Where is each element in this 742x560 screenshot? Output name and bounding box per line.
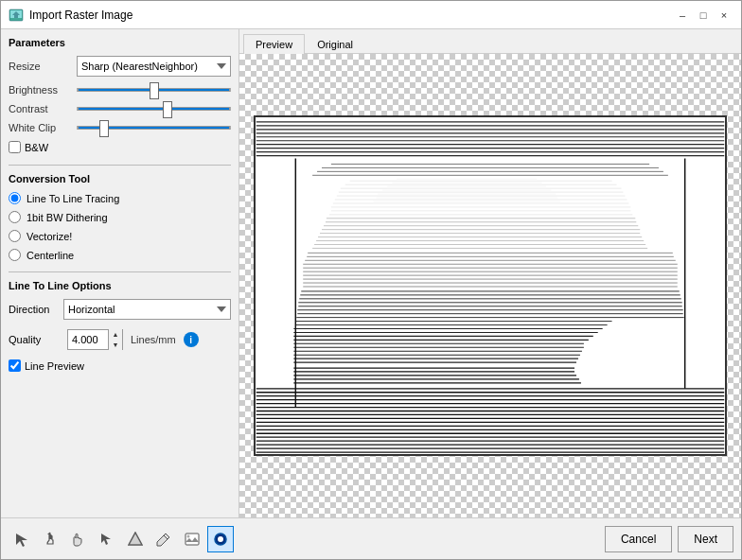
quality-input-wrap: ▲ ▼ <box>67 329 123 350</box>
svg-marker-102 <box>129 533 142 545</box>
close-button[interactable]: × <box>715 7 733 24</box>
radio-vectorize-input[interactable] <box>9 230 21 242</box>
white-clip-slider-container <box>77 126 231 130</box>
brightness-row: Brightness <box>9 84 231 96</box>
contrast-label: Contrast <box>9 103 77 114</box>
radio-vectorize: Vectorize! <box>9 230 231 242</box>
info-icon[interactable]: i <box>184 332 199 347</box>
bw-row: B&W <box>9 141 231 153</box>
direction-select[interactable]: Horizontal Vertical Diagonal <box>63 299 231 320</box>
maximize-button[interactable]: □ <box>694 7 713 24</box>
next-button[interactable]: Next <box>678 526 733 552</box>
brightness-slider[interactable] <box>77 88 231 92</box>
zoom-tool-button[interactable] <box>122 526 149 552</box>
svg-point-108 <box>218 536 223 542</box>
bw-label[interactable]: B&W <box>25 142 48 153</box>
direction-label: Direction <box>9 304 63 315</box>
window-title: Import Raster Image <box>29 9 132 22</box>
line-preview-label[interactable]: Line Preview <box>25 360 84 372</box>
quality-spinner: ▲ ▼ <box>108 329 122 350</box>
spin-down-button[interactable]: ▼ <box>109 340 122 350</box>
spin-up-button[interactable]: ▲ <box>109 329 122 340</box>
tab-original[interactable]: Original <box>305 34 365 54</box>
circle-tool-button[interactable] <box>207 526 234 552</box>
hand-tool-button[interactable] <box>37 526 63 552</box>
radio-bw-dithering: 1bit BW Dithering <box>9 211 231 223</box>
divider-2 <box>9 271 231 272</box>
radio-centerline: Centerline <box>9 249 231 261</box>
contrast-row: Contrast <box>9 103 231 114</box>
line-options-section-title: Line To Line Options <box>9 280 231 291</box>
footer-actions: Cancel Next <box>605 526 733 552</box>
radio-line-tracing-input[interactable] <box>9 192 21 204</box>
white-clip-slider[interactable] <box>77 126 231 130</box>
arrow-icon <box>14 532 29 547</box>
radio-bw-dithering-input[interactable] <box>9 211 21 223</box>
quality-row: Quality ▲ ▼ Lines/mm i <box>9 329 231 350</box>
radio-vectorize-label[interactable]: Vectorize! <box>26 231 72 242</box>
radio-centerline-input[interactable] <box>9 249 21 261</box>
image-tool-button[interactable] <box>179 526 205 552</box>
image-icon <box>185 532 200 547</box>
footer: Cancel Next <box>1 517 741 559</box>
svg-marker-100 <box>101 534 111 545</box>
resize-label: Resize <box>9 61 77 72</box>
preview-image <box>254 115 727 456</box>
radio-line-tracing: Line To Line Tracing <box>9 192 231 204</box>
zoom-icon <box>128 532 143 547</box>
resize-select[interactable]: Sharp (NearestNeighbor) Smooth (Bilinear… <box>77 56 231 77</box>
divider-1 <box>9 165 231 166</box>
svg-point-106 <box>187 534 190 537</box>
circle-icon <box>213 532 228 547</box>
preview-tabs: Preview Original <box>239 29 741 54</box>
radio-centerline-label[interactable]: Centerline <box>26 250 74 261</box>
content-area: Parameters Resize Sharp (NearestNeighbor… <box>1 29 741 517</box>
select-tool-button[interactable] <box>94 526 120 552</box>
conversion-section-title: Conversion Tool <box>9 173 231 184</box>
radio-bw-dithering-label[interactable]: 1bit BW Dithering <box>26 212 108 223</box>
grab-tool-button[interactable] <box>65 526 92 552</box>
svg-marker-99 <box>16 534 27 547</box>
hand-icon <box>43 532 58 547</box>
resize-row: Resize Sharp (NearestNeighbor) Smooth (B… <box>9 56 231 77</box>
contrast-slider-container <box>77 107 231 111</box>
minimize-button[interactable]: – <box>673 7 692 24</box>
direction-row: Direction Horizontal Vertical Diagonal <box>9 299 231 320</box>
line-preview-checkbox[interactable] <box>9 359 21 372</box>
arrow-tool-button[interactable] <box>9 526 35 552</box>
pencil-icon <box>156 532 171 547</box>
title-bar: Import Raster Image – □ × <box>1 1 741 29</box>
white-clip-row: White Clip <box>9 122 231 133</box>
radio-line-tracing-label[interactable]: Line To Line Tracing <box>26 193 119 204</box>
bw-checkbox[interactable] <box>9 141 21 153</box>
brightness-label: Brightness <box>9 84 77 96</box>
window-icon <box>9 8 24 23</box>
footer-tools <box>9 526 234 552</box>
svg-rect-104 <box>186 534 199 545</box>
preview-area <box>239 54 741 517</box>
title-bar-controls: – □ × <box>673 7 733 24</box>
contrast-slider[interactable] <box>77 107 231 111</box>
title-bar-left: Import Raster Image <box>9 8 132 23</box>
main-window: Import Raster Image – □ × Parameters Res… <box>0 0 742 560</box>
white-clip-label: White Clip <box>9 122 77 133</box>
grab-icon <box>71 532 86 547</box>
left-panel: Parameters Resize Sharp (NearestNeighbor… <box>1 29 239 517</box>
line-preview-row: Line Preview <box>9 359 231 372</box>
parameters-section-title: Parameters <box>9 37 231 48</box>
quality-label: Quality <box>9 334 63 345</box>
quality-unit: Lines/mm <box>131 334 176 345</box>
right-panel: Preview Original <box>239 29 741 517</box>
tab-preview[interactable]: Preview <box>243 34 305 54</box>
select-icon <box>99 532 115 547</box>
brightness-slider-container <box>77 88 231 92</box>
quality-input[interactable] <box>68 330 108 349</box>
cancel-button[interactable]: Cancel <box>605 526 672 552</box>
pencil-tool-button[interactable] <box>150 526 177 552</box>
